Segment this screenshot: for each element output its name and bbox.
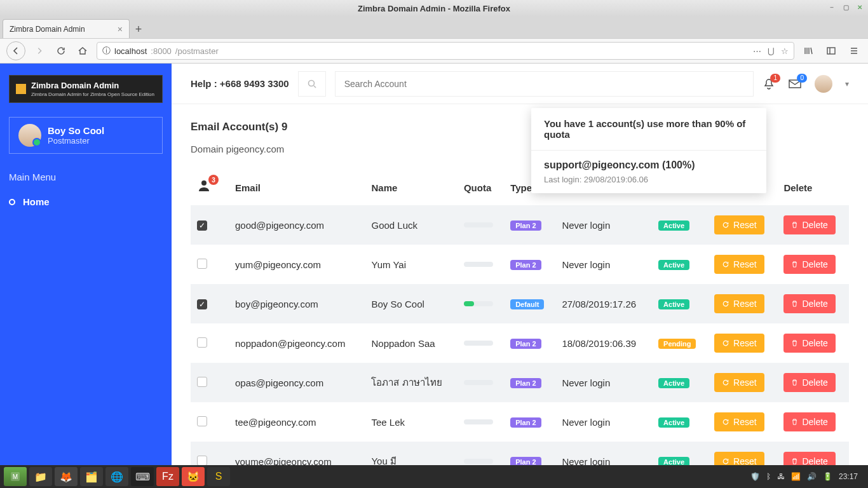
delete-button[interactable]: Delete <box>783 215 835 234</box>
network-icon[interactable]: 🖧 <box>777 472 785 481</box>
reset-button[interactable]: Reset <box>714 294 764 313</box>
cell-name: Good Luck <box>365 205 457 245</box>
svg-line-3 <box>314 86 316 88</box>
cell-email: yum@pigeoncy.com <box>229 245 365 284</box>
start-menu-icon[interactable]: M <box>4 467 27 486</box>
url-bar[interactable]: ⓘ localhost:8000/postmaster ⋯ ⋃ ☆ <box>97 42 794 60</box>
cell-last-login: Never login <box>555 442 652 465</box>
pocket-icon[interactable]: ⋃ <box>768 46 775 56</box>
delete-button[interactable]: Delete <box>783 334 835 353</box>
firefox-icon[interactable]: 🦊 <box>55 467 78 486</box>
svg-point-2 <box>308 80 314 86</box>
table-row: tee@pigeoncy.comTee LekPlan 2Never login… <box>191 402 849 442</box>
reset-button[interactable]: Reset <box>714 452 764 465</box>
cell-quota <box>458 323 504 363</box>
browser-tab[interactable]: Zimbra Domain Admin × <box>3 19 130 38</box>
cell-name: Yum Yai <box>365 245 457 284</box>
cell-status: Active <box>652 442 708 465</box>
main: Help : +668 9493 3300 1 0 ▾ Email A <box>172 64 868 465</box>
app-icon[interactable]: 🐱 <box>182 467 205 486</box>
cell-status: Active <box>652 363 708 402</box>
site-info-icon[interactable]: ⓘ <box>102 45 111 57</box>
page-actions-icon[interactable]: ⋯ <box>753 46 761 56</box>
delete-button[interactable]: Delete <box>783 373 835 392</box>
topbar-avatar[interactable] <box>815 75 832 93</box>
row-checkbox[interactable] <box>197 259 207 269</box>
reset-button[interactable]: Reset <box>714 412 764 431</box>
tab-title: Zimbra Domain Admin <box>10 25 85 34</box>
app-root: Zimbra Domain Admin Zimbra Domain Admin … <box>0 64 868 465</box>
terminal-icon[interactable]: ⌨ <box>131 467 154 486</box>
delete-button[interactable]: Delete <box>783 412 835 431</box>
reset-button[interactable]: Reset <box>714 215 764 234</box>
chevron-down-icon[interactable]: ▾ <box>845 79 849 88</box>
cell-quota <box>458 245 504 284</box>
sidebar-item-home[interactable]: Home <box>9 196 163 207</box>
table-row: ✓boy@pigeoncy.comBoy So CoolDefault27/08… <box>191 284 849 323</box>
cell-name: Noppadon Saa <box>365 323 457 363</box>
reset-button[interactable]: Reset <box>714 255 764 274</box>
files-icon[interactable]: 📁 <box>29 467 52 486</box>
popup-item[interactable]: support@pigeoncy.com (100%) Last login: … <box>531 151 766 193</box>
table-row: yum@pigeoncy.comYum YaiPlan 2Never login… <box>191 245 849 284</box>
delete-button[interactable]: Delete <box>783 294 835 313</box>
row-checkbox[interactable] <box>197 416 207 426</box>
cell-status: Active <box>652 402 708 442</box>
home-button[interactable] <box>75 43 90 58</box>
notifications-bell[interactable]: 1 <box>763 78 775 90</box>
row-checkbox[interactable] <box>197 456 207 466</box>
cell-quota <box>458 205 504 245</box>
cell-name: โอภาส ภาษาไทย <box>365 363 457 402</box>
forward-button[interactable] <box>32 43 47 58</box>
window-title: Zimbra Domain Admin - Mozilla Firefox <box>358 4 510 13</box>
row-checkbox[interactable] <box>197 377 207 387</box>
sublime-icon[interactable]: S <box>207 467 230 486</box>
reset-button[interactable]: Reset <box>714 334 764 353</box>
new-tab-button[interactable]: + <box>130 20 147 38</box>
library-icon[interactable] <box>801 43 816 58</box>
browser-tabbar: Zimbra Domain Admin × + <box>0 17 868 38</box>
popup-last-login: Last login: 29/08/2019:06.06 <box>544 175 754 184</box>
profile-name: Boy So Cool <box>48 125 104 136</box>
window-maximize[interactable]: ▢ <box>841 3 850 11</box>
bluetooth-icon[interactable]: ᛒ <box>766 472 771 481</box>
search-icon[interactable] <box>298 71 326 97</box>
row-checkbox[interactable] <box>197 337 207 348</box>
wifi-icon[interactable]: 📶 <box>791 472 801 481</box>
back-button[interactable] <box>6 41 25 60</box>
tab-close-icon[interactable]: × <box>118 24 123 34</box>
cell-email: boy@pigeoncy.com <box>229 284 365 323</box>
hamburger-menu-icon[interactable] <box>846 43 862 58</box>
chrome-icon[interactable]: 🌐 <box>105 467 128 486</box>
svg-point-5 <box>201 180 207 186</box>
cell-type: Plan 2 <box>504 402 555 442</box>
filezilla-icon[interactable]: Fz <box>156 467 179 486</box>
row-checkbox[interactable]: ✓ <box>197 220 207 231</box>
window-close[interactable]: ✕ <box>855 3 864 11</box>
files2-icon[interactable]: 🗂️ <box>80 467 103 486</box>
delete-button[interactable]: Delete <box>783 452 835 465</box>
brand-sub: Zimbra Domain Admin for Zimbra Open Sour… <box>31 92 154 97</box>
shield-icon[interactable]: 🛡️ <box>750 472 760 481</box>
sidebar-toggle-icon[interactable] <box>824 43 839 58</box>
cell-last-login: Never login <box>555 205 652 245</box>
volume-icon[interactable]: 🔊 <box>807 472 817 481</box>
clock[interactable]: 23:17 <box>839 472 858 481</box>
bookmark-star-icon[interactable]: ☆ <box>781 46 789 56</box>
cell-email: noppadon@pigeoncy.com <box>229 323 365 363</box>
person-icon: 3 <box>197 179 215 196</box>
row-checkbox[interactable]: ✓ <box>197 299 207 309</box>
cell-type: Plan 2 <box>504 363 555 402</box>
desktop-taskbar: M 📁 🦊 🗂️ 🌐 ⌨ Fz 🐱 S 🛡️ ᛒ 🖧 📶 🔊 🔋 23:17 <box>0 465 868 488</box>
url-host: localhost <box>114 46 147 56</box>
delete-button[interactable]: Delete <box>783 255 835 274</box>
reload-button[interactable] <box>53 43 69 58</box>
th-quota: Quota <box>458 170 504 205</box>
search-input[interactable] <box>335 71 754 97</box>
cell-quota <box>458 402 504 442</box>
reset-button[interactable]: Reset <box>714 373 764 392</box>
messages-mail[interactable]: 0 <box>788 78 802 90</box>
battery-icon[interactable]: 🔋 <box>823 472 832 481</box>
profile-card[interactable]: Boy So Cool Postmaster <box>9 117 163 154</box>
window-minimize[interactable]: – <box>827 3 836 11</box>
